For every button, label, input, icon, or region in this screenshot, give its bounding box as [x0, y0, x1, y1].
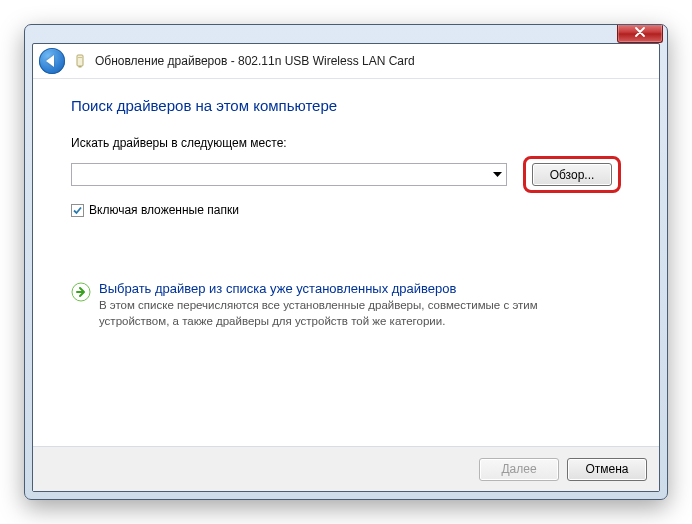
cancel-button[interactable]: Отмена: [567, 458, 647, 481]
path-combobox[interactable]: [71, 163, 507, 186]
checkbox-checked-icon: [71, 204, 84, 217]
close-icon: [634, 27, 646, 37]
svg-rect-1: [79, 66, 82, 68]
pick-from-list-option[interactable]: Выбрать драйвер из списка уже установлен…: [71, 281, 621, 329]
content-area: Поиск драйверов на этом компьютере Искат…: [33, 79, 659, 446]
include-subfolders-row[interactable]: Включая вложенные папки: [71, 203, 621, 217]
svg-rect-0: [77, 55, 83, 66]
arrow-right-icon: [71, 282, 91, 302]
device-icon: [73, 54, 87, 68]
dropdown-arrow-icon[interactable]: [489, 164, 506, 185]
browse-button[interactable]: Обзор...: [532, 163, 612, 186]
close-button[interactable]: [617, 24, 663, 43]
titlebar: [25, 25, 667, 41]
next-button[interactable]: Далее: [479, 458, 559, 481]
footer-bar: Далее Отмена: [33, 446, 659, 491]
window-title: Обновление драйверов - 802.11n USB Wirel…: [95, 54, 415, 68]
page-heading: Поиск драйверов на этом компьютере: [71, 97, 621, 114]
option-description: В этом списке перечисляются все установл…: [99, 298, 579, 329]
back-button[interactable]: [39, 48, 65, 74]
path-input[interactable]: [72, 165, 489, 184]
path-label: Искать драйверы в следующем месте:: [71, 136, 621, 150]
header-bar: Обновление драйверов - 802.11n USB Wirel…: [33, 44, 659, 79]
include-subfolders-label: Включая вложенные папки: [89, 203, 239, 217]
option-title: Выбрать драйвер из списка уже установлен…: [99, 281, 579, 296]
highlight-ring: Обзор...: [523, 156, 621, 193]
svg-rect-2: [78, 57, 82, 58]
dialog-window: Обновление драйверов - 802.11n USB Wirel…: [24, 24, 668, 500]
client-area: Обновление драйверов - 802.11n USB Wirel…: [32, 43, 660, 492]
